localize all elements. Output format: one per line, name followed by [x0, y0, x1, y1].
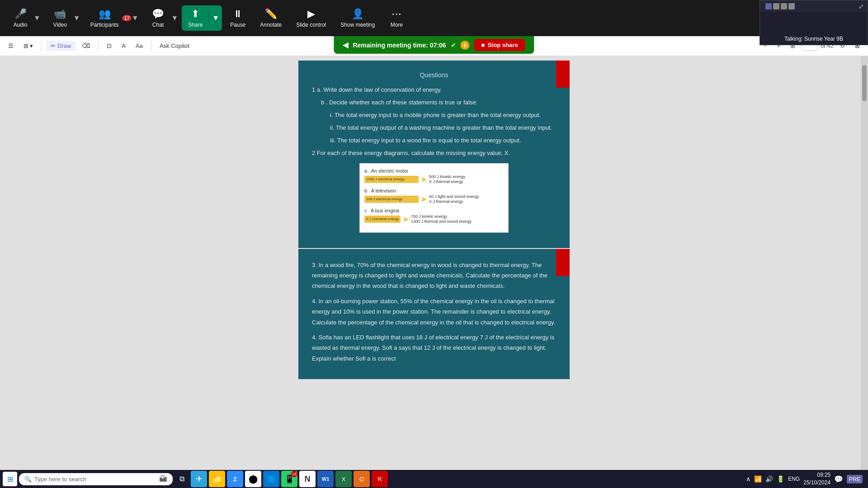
system-tray: ∧ 📶 🔊 🔋 ENG 09:25 25/10/2024 💬 PRE — [743, 471, 865, 487]
red-app[interactable]: R — [372, 471, 388, 487]
thumb-ctrl-2[interactable] — [773, 3, 779, 9]
format-icon: Aa — [136, 42, 143, 49]
red-corner-2 — [556, 249, 570, 276]
excel-icon: X — [342, 476, 346, 483]
chrome-app[interactable]: ⬤ — [245, 471, 261, 487]
energy-diagrams: a An electric motor 1000 J electrical en… — [359, 163, 509, 233]
chat-label: Chat — [152, 22, 164, 28]
scrollbar-thumb[interactable] — [862, 65, 867, 101]
speaker-icon[interactable]: 🔊 — [765, 475, 773, 483]
task-view-button[interactable]: ⧉ — [175, 472, 189, 486]
slide-panel-1: Questions 1 a. Write down the law of con… — [298, 61, 570, 248]
participants-caret[interactable]: 17 ▼ — [120, 5, 140, 31]
whatsapp-app[interactable]: 📱 18 — [281, 471, 297, 487]
notification-icon[interactable]: 💬 — [834, 475, 843, 483]
question-content: 1 a. Write down the law of conservation … — [312, 85, 556, 159]
video-label: Video — [53, 22, 67, 28]
notion-app[interactable]: N — [299, 471, 316, 487]
stop-icon: ■ — [481, 42, 485, 48]
date-value: 25/10/2024 — [803, 479, 830, 487]
bar-c-results: 700 J kinetic energy 1300 J thermal and … — [411, 214, 472, 224]
slide-control-icon: ▶ — [307, 8, 315, 20]
wifi-icon[interactable]: 📶 — [754, 475, 762, 483]
show-meeting-label: Show meeting — [340, 22, 375, 28]
filter-caret: ▾ — [30, 42, 33, 49]
chat-group: 💬 Chat ▼ — [142, 5, 180, 31]
orange-app[interactable]: O — [354, 471, 370, 487]
search-box[interactable]: 🔍 Type here to search 🏔 — [19, 473, 173, 485]
draw-icon: ✏ — [51, 42, 56, 49]
share-button[interactable]: ⬆ Share — [182, 5, 209, 31]
excel-app[interactable]: X — [335, 471, 352, 487]
audio-button[interactable]: 🎤 Audio — [5, 5, 32, 31]
question-1b-ii: ii. The total energy output of a washing… — [312, 123, 556, 133]
audio-caret[interactable]: ▼ — [32, 5, 42, 31]
video-caret[interactable]: ▼ — [71, 5, 82, 31]
draw-button[interactable]: ✏ Draw — [46, 41, 75, 51]
microphone-icon: 🎤 — [14, 8, 27, 20]
coin-icon: $ — [461, 41, 470, 50]
zoom-app[interactable]: Z — [227, 471, 243, 487]
slide-control-label: Slide control — [296, 22, 326, 28]
question-2: 2 For each of these energy diagrams, cal… — [312, 148, 556, 158]
divider1 — [41, 41, 42, 52]
filter-button[interactable]: ⊞ ▾ — [20, 41, 37, 51]
edge-app[interactable]: 🌐 — [263, 471, 279, 487]
start-button[interactable]: ⊞ — [3, 472, 17, 486]
list-icon: ☰ — [8, 42, 14, 49]
thumb-ctrl-3[interactable] — [781, 3, 787, 9]
diagram-b-title: A television — [371, 188, 396, 193]
stop-share-button[interactable]: ■ Stop share — [474, 39, 525, 51]
bar-a-results: 500 J kinetic energy X J thermal energy — [429, 174, 465, 184]
chat-caret[interactable]: ▼ — [169, 5, 180, 31]
bar-a-input: 1000 J electrical energy — [364, 176, 419, 183]
text-size-icon: A — [122, 42, 126, 49]
telegram-icon: ✈ — [196, 474, 203, 484]
video-button[interactable]: 📹 Video — [44, 5, 71, 31]
diagram-c: c A bus engine X J chemical energy ➤ 700… — [364, 208, 504, 224]
files-app[interactable]: 📁 — [209, 471, 225, 487]
fit-icon: ⊡ — [107, 42, 112, 49]
word-app[interactable]: W1 — [317, 471, 334, 487]
ask-copilot-button[interactable]: Ask Copilot — [156, 41, 193, 51]
audio-label: Audio — [14, 22, 28, 28]
share-label: Share — [188, 22, 203, 28]
language-indicator[interactable]: ENG — [788, 476, 800, 482]
word-icon: W1 — [322, 476, 330, 482]
annotate-button[interactable]: ✏️ Annotate — [254, 5, 288, 31]
scrollbar[interactable] — [861, 56, 868, 470]
share-caret[interactable]: ▼ — [209, 11, 222, 25]
participants-button[interactable]: 👥 Participants — [84, 5, 121, 31]
diagram-a: a An electric motor 1000 J electrical en… — [364, 168, 504, 184]
arrow-b: ➤ — [420, 194, 427, 204]
slide-panel-2: 3. In a wood fire, 70% of the chemical e… — [298, 249, 570, 380]
format-button[interactable]: Aa — [132, 41, 146, 51]
participants-group: 👥 Participants 17 ▼ — [84, 5, 141, 31]
list-view-button[interactable]: ☰ — [5, 41, 17, 51]
pause-button[interactable]: ⏸ Pause — [224, 5, 252, 31]
more-button[interactable]: ⋯ More — [383, 5, 410, 31]
text-size-button[interactable]: A — [118, 41, 129, 51]
share-icon: ⬆ — [191, 8, 199, 20]
telegram-app[interactable]: ✈ — [191, 471, 207, 487]
more-label: More — [391, 22, 403, 28]
windows-icon: ⊞ — [7, 475, 13, 483]
expand-icon[interactable]: ⤢ — [859, 3, 864, 10]
time-value: 09:25 — [803, 471, 830, 479]
chat-button[interactable]: 💬 Chat — [142, 5, 169, 31]
chevron-up-icon[interactable]: ∧ — [746, 475, 750, 483]
more-icon: ⋯ — [392, 8, 401, 20]
teams-notification[interactable]: PRE — [847, 475, 863, 483]
question-1a: 1 a. Write down the law of conservation … — [312, 85, 556, 95]
teams-toolbar: 🎤 Audio ▼ 📹 Video ▼ 👥 Participants 17 ▼ … — [0, 0, 868, 36]
slide-control-button[interactable]: ▶ Slide control — [290, 5, 332, 31]
eraser-button[interactable]: ⌫ — [78, 41, 94, 51]
battery-icon[interactable]: 🔋 — [777, 475, 784, 483]
main-content: Questions 1 a. Write down the law of con… — [0, 56, 868, 470]
bar-b-results: 60 J light and sound energy X J thermal … — [429, 194, 479, 204]
show-meeting-button[interactable]: 👤 Show meeting — [334, 5, 381, 31]
thumb-ctrl-1[interactable] — [765, 3, 772, 9]
bar-c-input: X J chemical energy — [364, 216, 401, 223]
fit-page-button[interactable]: ⊡ — [103, 41, 115, 51]
thumb-ctrl-grid[interactable] — [788, 3, 795, 9]
